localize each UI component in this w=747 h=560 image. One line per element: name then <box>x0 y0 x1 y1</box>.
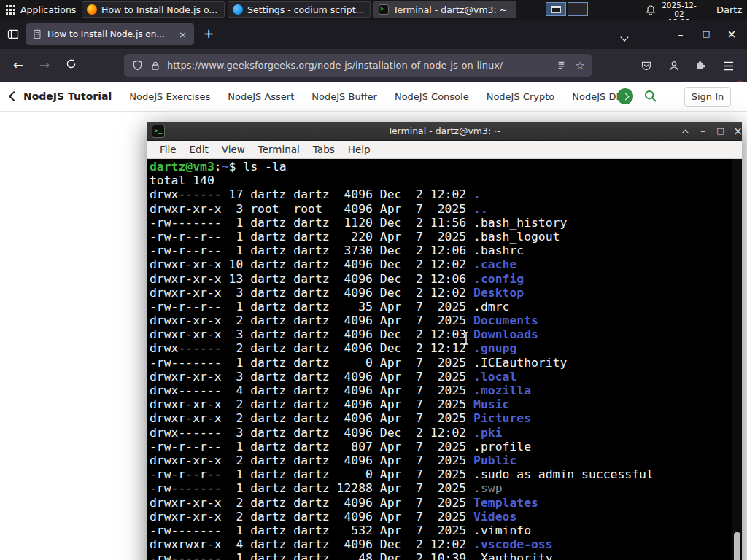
terminal-icon: >_ <box>152 125 165 138</box>
nav-scroll-right-button[interactable] <box>617 88 633 104</box>
lock-icon[interactable] <box>150 61 160 71</box>
terminal-line: -rw-r--r-- 1 dartz dartz 35 Apr 7 2025 .… <box>150 300 742 314</box>
terminal-line: dartz@vm3:~$ ls -la <box>150 160 742 174</box>
site-nav-current[interactable]: NodeJS Tutorial <box>23 90 112 102</box>
terminal-line: -rw------- 1 dartz dartz 0 Apr 7 2025 .I… <box>150 356 742 370</box>
desktop-panel: Applications How to Install Node.js o...… <box>0 0 747 20</box>
nav-link-2[interactable]: NodeJS Assert <box>228 91 294 102</box>
back-button[interactable]: ← <box>7 55 29 77</box>
list-all-tabs-button[interactable] <box>622 29 636 44</box>
applications-label: Applications <box>20 4 76 15</box>
terminal-line: drwxr-xr-x 2 dartz dartz 4096 Apr 7 2025… <box>150 397 742 411</box>
window-maximize-button[interactable]: □ <box>695 25 717 44</box>
nav-link-6[interactable]: NodeJS DNS <box>572 91 619 102</box>
terminal-line: drwxr-xr-x 3 dartz dartz 4096 Dec 2 12:0… <box>150 286 742 300</box>
codium-icon <box>233 4 243 15</box>
chevron-down-icon <box>620 33 628 41</box>
menu-file[interactable]: File <box>153 144 183 155</box>
chevron-right-icon <box>622 93 629 100</box>
window-close-button[interactable]: × <box>721 25 743 44</box>
terminal-line: drwxr-xr-x 10 dartz dartz 4096 Dec 2 12:… <box>150 257 742 271</box>
tab-title: How to Install Node.js on... <box>47 29 172 39</box>
terminal-line: drwxr-xr-x 3 dartz dartz 4096 Dec 2 12:0… <box>150 327 742 341</box>
clock-date: 2025-12-02 <box>658 1 700 18</box>
site-navbar: NodeJS Tutorial NodeJS ExercisesNodeJS A… <box>0 82 747 112</box>
bookmark-star-icon[interactable]: ☆ <box>576 59 585 72</box>
terminal-line: total 140 <box>150 174 742 187</box>
browser-tab-bar: How to Install Node.js on... × + – □ × <box>0 20 747 49</box>
terminal-line: drwx------ 2 dartz dartz 4096 Dec 2 12:1… <box>150 341 742 355</box>
menu-edit[interactable]: Edit <box>183 144 215 155</box>
hamburger-menu-icon <box>723 61 734 71</box>
terminal-line: drwx------ 3 dartz dartz 4096 Dec 2 12:0… <box>150 426 742 440</box>
bell-icon[interactable] <box>645 4 657 16</box>
terminal-line: -rw------- 1 dartz dartz 1120 Dec 2 11:5… <box>150 216 742 230</box>
taskbar-item-label: How to Install Node.js o... <box>101 4 217 15</box>
reload-button[interactable] <box>60 55 82 77</box>
terminal-line: drwxr-xr-x 2 dartz dartz 4096 Apr 7 2025… <box>150 411 742 425</box>
url-bar[interactable]: https://www.geeksforgeeks.org/node-js/in… <box>124 54 592 77</box>
terminal-minimize-button[interactable]: – <box>694 122 711 141</box>
terminal-line: drwx------ 17 dartz dartz 4096 Dec 2 12:… <box>150 187 742 201</box>
firefox-view-icon[interactable] <box>7 28 19 40</box>
page-favicon-icon <box>32 29 42 39</box>
taskbar-item-label: Terminal - dartz@vm3: ~ <box>393 4 507 15</box>
search-icon[interactable] <box>643 89 658 104</box>
terminal-scrollbar-thumb[interactable] <box>734 532 740 560</box>
pocket-button[interactable] <box>636 55 657 76</box>
terminal-line: -rw-r--r-- 1 dartz dartz 0 Apr 7 2025 .s… <box>150 467 742 481</box>
terminal-screen[interactable]: dartz@vm3:~$ ls -latotal 140drwx------ 1… <box>147 159 742 560</box>
mini-window-icon <box>551 6 561 13</box>
extensions-button[interactable] <box>690 55 711 76</box>
browser-window: How to Install Node.js on... × + – □ × ←… <box>0 20 747 560</box>
workspace-1[interactable] <box>546 2 566 16</box>
workspace-switcher[interactable] <box>546 2 588 16</box>
menu-terminal[interactable]: Terminal <box>252 144 306 155</box>
nav-link-3[interactable]: NodeJS Buffer <box>311 91 377 102</box>
menu-view[interactable]: View <box>215 144 252 155</box>
chevron-left-icon[interactable] <box>9 91 19 101</box>
account-icon <box>668 60 680 71</box>
terminal-titlebar[interactable]: Terminal - dartz@vm3: ~ >_ – □ × <box>147 122 742 141</box>
applications-grid-icon <box>6 5 15 15</box>
taskbar-item-2[interactable]: Settings - codium script... <box>228 1 371 18</box>
nav-link-4[interactable]: NodeJS Console <box>395 91 469 102</box>
menu-help[interactable]: Help <box>341 144 377 155</box>
terminal-title: Terminal - dartz@vm3: ~ <box>147 122 742 141</box>
firefox-icon <box>87 4 97 15</box>
sign-in-button[interactable]: Sign In <box>684 87 731 107</box>
chevron-up-icon <box>682 130 689 137</box>
hamburger-menu-button[interactable] <box>718 55 738 76</box>
url-text: https://www.geeksforgeeks.org/node-js/in… <box>167 60 556 71</box>
terminal-output[interactable]: dartz@vm3:~$ ls -latotal 140drwx------ 1… <box>147 159 742 560</box>
terminal-scrollbar[interactable] <box>732 159 742 560</box>
taskbar-item-label: Settings - codium script... <box>247 4 364 15</box>
terminal-line: -rw-r--r-- 1 dartz dartz 3730 Dec 2 12:0… <box>150 244 742 257</box>
terminal-menubar: FileEditViewTerminalTabsHelp <box>147 141 742 159</box>
nav-link-1[interactable]: NodeJS Exercises <box>129 91 210 102</box>
terminal-line: -rw------- 1 dartz dartz 532 Apr 7 2025 … <box>150 524 742 537</box>
applications-menu-button[interactable]: Applications <box>0 0 85 20</box>
terminal-line: -rw------- 1 dartz dartz 48 Dec 2 10:39 … <box>150 551 742 560</box>
menu-tabs[interactable]: Tabs <box>306 144 341 155</box>
extensions-icon <box>694 60 706 71</box>
terminal-shade-button[interactable] <box>677 122 694 141</box>
terminal-close-button[interactable]: × <box>729 122 746 141</box>
account-button[interactable] <box>664 55 684 76</box>
browser-tab[interactable]: How to Install Node.js on... × <box>26 23 194 45</box>
terminal-window: Terminal - dartz@vm3: ~ >_ – □ × FileEdi… <box>147 122 742 560</box>
window-minimize-button[interactable]: – <box>670 25 692 44</box>
terminal-line: drwxr-xr-x 3 root root 4096 Apr 7 2025 .… <box>150 202 742 216</box>
terminal-line: -rw-r--r-- 1 dartz dartz 220 Apr 7 2025 … <box>150 230 742 244</box>
terminal-line: drwxr-xr-x 3 dartz dartz 4096 Apr 7 2025… <box>150 370 742 384</box>
new-tab-button[interactable]: + <box>200 26 217 43</box>
reader-mode-icon[interactable] <box>556 60 567 71</box>
tab-close-button[interactable]: × <box>177 29 188 40</box>
terminal-maximize-button[interactable]: □ <box>712 122 729 141</box>
shield-icon[interactable] <box>132 60 143 71</box>
taskbar-item-3[interactable]: >_Terminal - dartz@vm3: ~ <box>374 1 516 18</box>
workspace-2[interactable] <box>568 2 588 16</box>
taskbar-item-1[interactable]: How to Install Node.js o... <box>82 1 225 18</box>
nav-link-5[interactable]: NodeJS Crypto <box>487 91 555 102</box>
forward-button[interactable]: → <box>34 55 55 77</box>
